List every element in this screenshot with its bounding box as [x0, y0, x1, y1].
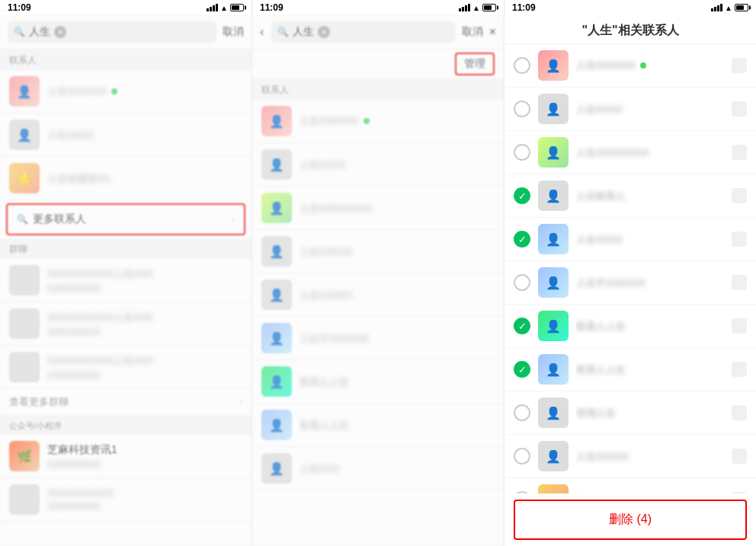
contact-item[interactable]: 👤 人生XXXXX — [252, 273, 504, 317]
panel-1-scroll[interactable]: 联系人 👤 人生XXXXXX 👤 人生XXXX 🌟 — [0, 49, 251, 546]
check-contact-item[interactable]: 👤 人生XXXX — [505, 88, 756, 131]
avatar: 👤 — [9, 76, 40, 107]
search-bar-2[interactable]: ‹ 🔍 人生 ✕ 取消 × — [252, 15, 504, 49]
close-btn-2[interactable]: × — [489, 25, 496, 39]
manage-button[interactable]: 管理 — [455, 53, 495, 75]
checkbox-1[interactable] — [514, 57, 530, 74]
group-item[interactable]: XXXXXXXXXX人生XXX XXXXXXXX — [0, 302, 251, 346]
contact-name: 联系人人生 — [300, 376, 349, 388]
group-item[interactable]: XXXXXXXXXX人生XXX XXXXXXXX — [0, 346, 251, 389]
contact-item[interactable]: 👤 联系人人生 — [252, 404, 504, 447]
check-contact-item[interactable]: 👤 人生XXXX — [505, 218, 756, 261]
group-avatar — [9, 484, 40, 515]
more-groups-row[interactable]: 查看更多群聊 › — [0, 389, 251, 416]
checkbox-3[interactable] — [514, 144, 530, 161]
cancel-btn-2[interactable]: 取消 — [462, 25, 483, 39]
contact-item[interactable]: 🌟 人生待遇深XX — [0, 157, 251, 200]
group-item[interactable]: 🌿 芝麻科技资讯1 XXXXXXXX — [0, 435, 251, 478]
contact-info: 人生XXXXX — [576, 449, 724, 464]
check-contact-item[interactable]: 👤 人生XXXXX — [505, 435, 756, 478]
contacts-section-label-2: 联系人 — [252, 79, 504, 100]
check-contact-item[interactable]: 👤 人生联系人 — [505, 174, 756, 218]
check-contact-item[interactable]: 👤 联系人人生 — [505, 305, 756, 348]
contact-item[interactable]: 👤 人生XXXXX — [252, 230, 504, 273]
group-item[interactable]: XXXXXXXXXX XXXXXXXX — [0, 478, 251, 522]
checkbox-8[interactable] — [514, 361, 530, 378]
search-input-wrapper-1[interactable]: 🔍 人生 ✕ — [8, 21, 216, 43]
check-contact-item[interactable]: 👤 联系人人生 — [505, 348, 756, 391]
status-bar: 11:09 ▲ 11:09 ▲ 11:09 — [0, 0, 756, 15]
more-contacts-row[interactable]: 🔍 更多联系人 › — [6, 203, 245, 235]
chevron-right-icon: › — [239, 397, 242, 407]
contact-info: 人生不XXXXXX — [576, 276, 724, 290]
panel-2-scroll[interactable]: 联系人 👤 人生XXXXXX 👤 人生XXXX 👤 — [252, 79, 504, 546]
search-clear-1[interactable]: ✕ — [54, 26, 66, 38]
wifi-3: ▲ — [725, 4, 732, 12]
checkbox-4[interactable] — [514, 187, 530, 204]
search-input-wrapper-2[interactable]: 🔍 人生 ✕ — [271, 21, 455, 43]
signal-1 — [207, 4, 218, 11]
extra-section: 公众号/小程序 — [0, 416, 251, 435]
contact-item[interactable]: 👤 人生XXXXXX — [0, 70, 251, 113]
time-1: 11:09 — [8, 2, 31, 13]
contact-name: 人生XXXX — [576, 234, 623, 245]
panel-3-scroll[interactable]: 👤 人生XXXXXX 👤 人生XXXX 👤 — [505, 44, 756, 493]
group-item[interactable]: XXXXXXXXXX人生XXX XXXXXXXX — [0, 259, 251, 302]
contact-item[interactable]: 👤 人生XXXX — [0, 113, 251, 157]
check-contact-item[interactable]: 👤 人生XXXXXXXX — [505, 131, 756, 174]
icons-1: ▲ — [207, 4, 244, 12]
checkbox-10[interactable] — [514, 448, 530, 465]
wifi-2: ▲ — [472, 4, 480, 12]
contact-item[interactable]: 👤 人生XXXX — [252, 143, 504, 187]
contact-info: 人生XXXX — [576, 102, 724, 117]
contact-item[interactable]: 👤 人生XXXXXXXX — [252, 187, 504, 230]
panel-1: 🔍 人生 ✕ 取消 联系人 👤 人生XXXXXX 👤 — [0, 15, 252, 546]
contact-info: 联系人人生 — [576, 319, 724, 334]
search-value-1: 人生 — [29, 25, 50, 39]
more-contacts-label: 更多联系人 — [33, 212, 227, 226]
avatar: 👤 — [261, 453, 292, 484]
checkbox-11[interactable] — [514, 491, 530, 493]
check-contact-item[interactable]: 👤 管理人生 — [505, 391, 756, 435]
contact-name: 联系人人生 — [300, 420, 349, 431]
check-contact-item[interactable]: 👤 人生不XXXXXX — [505, 261, 756, 305]
time-3: 11:09 — [512, 2, 536, 13]
contact-info: 李人生 — [576, 493, 724, 494]
group-avatar — [9, 308, 40, 339]
contact-name: 人生XXXX — [576, 104, 623, 115]
avatar: 👤 — [261, 149, 292, 180]
search-clear-2[interactable]: ✕ — [318, 26, 330, 38]
contact-item[interactable]: 👤 人生XXXXXX — [252, 100, 504, 143]
online-dot — [640, 62, 646, 69]
group-avatar: 🌿 — [9, 441, 40, 471]
action-check — [732, 58, 747, 73]
delete-button[interactable]: 删除 (4) — [514, 500, 747, 540]
checkbox-7[interactable] — [514, 318, 530, 334]
contact-name: 人生待遇深XX — [47, 173, 110, 184]
check-contact-item[interactable]: 👤 人生XXXXXX — [505, 44, 756, 88]
manage-bar: 管理 — [252, 49, 504, 79]
group-name: XXXXXXXXXX人生XXX — [47, 354, 242, 368]
search-bar-1[interactable]: 🔍 人生 ✕ 取消 — [0, 15, 251, 49]
contact-item[interactable]: 👤 人生XXX — [252, 447, 504, 490]
contact-item[interactable]: 👤 联系人人生 — [252, 360, 504, 404]
contact-name: 人生XXXXX — [300, 246, 352, 257]
back-icon[interactable]: ‹ — [260, 25, 264, 39]
contact-info: 联系人人生 — [576, 362, 724, 377]
avatar: 👤 — [261, 366, 292, 397]
contact-name: 人生不XXXXXX — [576, 277, 645, 289]
contact-name: 联系人人生 — [576, 364, 626, 375]
group-info: XXXXXXXXXX人生XXX XXXXXXXX — [47, 354, 242, 381]
checkbox-2[interactable] — [514, 101, 530, 117]
time-2: 11:09 — [260, 2, 284, 13]
cancel-btn-1[interactable]: 取消 — [223, 25, 244, 39]
contact-item[interactable]: 👤 人生不XXXXXX — [252, 317, 504, 360]
group-info: XXXXXXXXXX人生XXX XXXXXXXX — [47, 311, 242, 337]
check-contact-item[interactable]: 👤 李人生 — [505, 478, 756, 493]
avatar: 🌟 — [9, 163, 40, 193]
contact-info: 人生XXXXXX — [47, 85, 242, 98]
status-panel-2: 11:09 ▲ — [252, 0, 505, 15]
checkbox-9[interactable] — [514, 404, 530, 421]
checkbox-5[interactable] — [514, 231, 530, 247]
checkbox-6[interactable] — [514, 274, 530, 291]
